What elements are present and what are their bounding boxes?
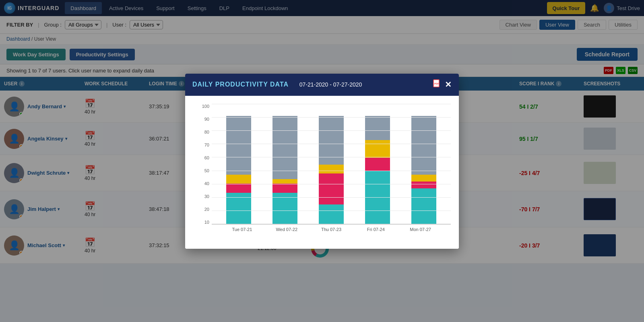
daily-productivity-modal: DAILY PRODUCTIVITY DATA 07-21-2020 - 07-… [185,74,459,249]
seg-yellow-wed [272,179,297,184]
modal-title: DAILY PRODUCTIVITY DATA [192,81,289,88]
seg-pink-fri [365,158,390,171]
modal-header-icons: PDF ✕ [433,79,452,90]
seg-yellow-fri [365,140,390,158]
seg-gray-mon [411,116,436,175]
seg-teal-thu [319,204,344,225]
y-axis: 100 90 80 70 60 50 40 30 20 10 [193,104,212,225]
modal-body: 100 90 80 70 60 50 40 30 20 10 [185,96,459,249]
seg-gray-thu [319,116,344,165]
bar-group-tue [220,116,258,225]
x-label-mon: Mon 07-27 [398,227,443,232]
seg-pink-tue [226,184,251,193]
x-label-wed: Wed 07-22 [264,227,309,232]
seg-pink-thu [319,173,344,204]
modal-close-button[interactable]: ✕ [445,80,452,89]
bar-group-mon [405,116,443,225]
seg-pink-wed [272,184,297,193]
seg-gray-tue [226,116,251,175]
svg-text:PDF: PDF [434,83,439,85]
seg-teal-mon [411,188,436,225]
modal-title-area: DAILY PRODUCTIVITY DATA 07-21-2020 - 07-… [192,81,362,88]
x-axis-labels: Tue 07-21 Wed 07-22 Thu 07-23 Fri 07-24 … [212,225,451,241]
x-label-fri: Fri 07-24 [353,227,398,232]
seg-yellow-tue [226,175,251,184]
modal-header: DAILY PRODUCTIVITY DATA 07-21-2020 - 07-… [185,74,459,96]
bars-area [212,104,451,225]
seg-yellow-thu [319,165,344,173]
seg-gray-wed [272,116,297,180]
bar-group-thu [312,116,351,225]
seg-yellow-mon [411,175,436,182]
stacked-bar-wed [272,116,297,225]
modal-overlay: DAILY PRODUCTIVITY DATA 07-21-2020 - 07-… [0,0,644,322]
stacked-bar-tue [226,116,251,225]
stacked-bar-fri [365,116,390,225]
bar-group-wed [266,116,304,225]
bar-group-fri [358,116,396,225]
seg-teal-wed [272,193,297,225]
modal-pdf-button[interactable]: PDF [433,79,442,90]
seg-pink-mon [411,182,436,188]
stacked-bar-thu [319,116,344,225]
seg-teal-tue [226,193,251,225]
x-label-thu: Thu 07-23 [309,227,354,232]
seg-teal-fri [365,171,390,224]
chart-area: 100 90 80 70 60 50 40 30 20 10 [193,104,451,241]
x-label-tue: Tue 07-21 [220,227,264,232]
modal-date-range: 07-21-2020 - 07-27-2020 [299,81,362,88]
stacked-bar-mon [411,116,436,225]
seg-gray-fri [365,116,390,140]
